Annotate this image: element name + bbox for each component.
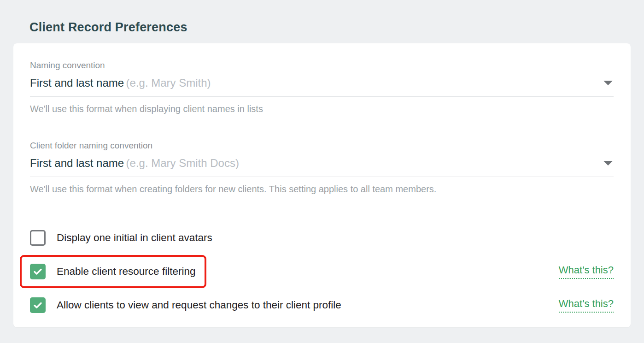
resource-filtering-checkbox[interactable] — [30, 264, 46, 279]
chevron-down-icon — [603, 81, 613, 85]
client-profile-row: Allow clients to view and request change… — [30, 288, 614, 322]
preferences-card: Naming convention First and last name (e… — [13, 43, 631, 327]
display-initial-group: Display one initial in client avatars — [20, 221, 223, 254]
checkmark-icon — [32, 300, 43, 311]
whats-this-link[interactable]: What's this? — [559, 264, 614, 279]
checkmark-icon — [32, 266, 43, 277]
client-profile-label[interactable]: Allow clients to view and request change… — [57, 299, 341, 311]
naming-convention-example-hint: (e.g. Mary Smith) — [126, 77, 211, 89]
annotation-highlight: Enable client resource filtering — [20, 255, 206, 288]
folder-naming-convention-example-hint: (e.g. Mary Smith Docs) — [126, 157, 239, 169]
folder-naming-convention-select[interactable]: First and last name (e.g. Mary Smith Doc… — [30, 157, 614, 177]
settings-page: Client Record Preferences Naming convent… — [0, 0, 644, 327]
naming-convention-label: Naming convention — [30, 60, 614, 71]
resource-filtering-label[interactable]: Enable client resource filtering — [57, 266, 195, 278]
naming-convention-field: Naming convention First and last name (e… — [30, 60, 614, 114]
page-title: Client Record Preferences — [29, 20, 631, 35]
display-initial-row: Display one initial in client avatars — [30, 221, 614, 254]
whats-this-link[interactable]: What's this? — [559, 298, 614, 313]
checkbox-section: Display one initial in client avatars En… — [30, 221, 614, 322]
display-initial-checkbox[interactable] — [30, 230, 46, 246]
naming-convention-helper-text: We'll use this format when displaying cl… — [30, 104, 614, 114]
folder-naming-convention-label: Client folder naming convention — [30, 141, 614, 151]
folder-naming-convention-field: Client folder naming convention First an… — [30, 141, 614, 195]
client-profile-checkbox[interactable] — [30, 297, 46, 313]
chevron-down-icon — [603, 161, 613, 166]
resource-filtering-row: Enable client resource filtering What's … — [30, 254, 614, 288]
naming-convention-selected-value: First and last name (e.g. Mary Smith) — [30, 77, 211, 89]
naming-convention-select[interactable]: First and last name (e.g. Mary Smith) — [30, 77, 614, 97]
display-initial-label[interactable]: Display one initial in client avatars — [57, 232, 212, 244]
folder-naming-convention-helper-text: We'll use this format when creating fold… — [30, 184, 614, 195]
client-profile-group: Allow clients to view and request change… — [20, 289, 352, 322]
folder-naming-convention-selected-value: First and last name (e.g. Mary Smith Doc… — [30, 157, 239, 170]
